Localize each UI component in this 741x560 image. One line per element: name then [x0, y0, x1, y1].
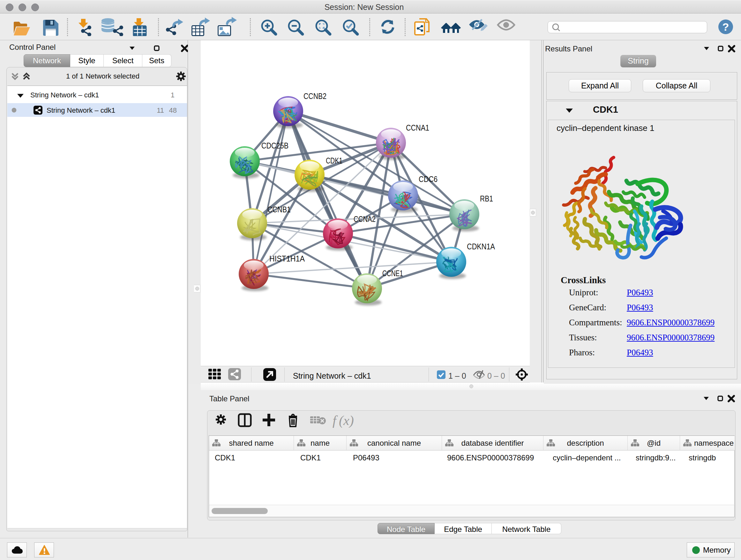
svg-text:CCNA2: CCNA2	[354, 214, 376, 224]
svg-text:CCNB1: CCNB1	[267, 205, 291, 214]
svg-text:f (x): f (x)	[333, 413, 354, 428]
svg-text:CDC6: CDC6	[419, 174, 437, 184]
svg-text:CCNB2: CCNB2	[304, 91, 327, 101]
svg-text:CDC25B: CDC25B	[261, 141, 288, 150]
svg-text:HIST1H1A: HIST1H1A	[269, 254, 305, 263]
svg-text:CDK1: CDK1	[326, 156, 342, 165]
svg-text:CCNE1: CCNE1	[382, 268, 403, 278]
svg-text:CCNA1: CCNA1	[406, 123, 429, 132]
svg-text:CDKN1A: CDKN1A	[467, 242, 495, 251]
svg-text:RB1: RB1	[480, 194, 493, 203]
